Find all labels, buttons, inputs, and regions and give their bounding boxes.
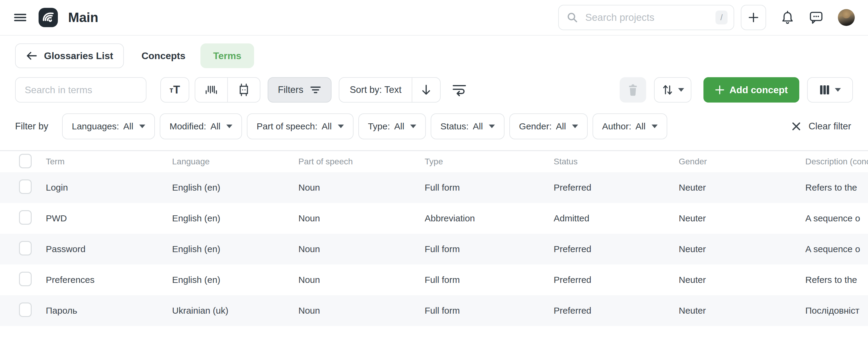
filter-pill-value: All [123, 121, 133, 132]
cell-term: PWD [46, 213, 172, 224]
cell-gender: Neuter [679, 213, 805, 224]
header-checkbox-cell [19, 154, 46, 170]
cell-status: Preferred [554, 306, 679, 316]
clear-filter-button[interactable]: Clear filter [791, 121, 853, 132]
filter-lines-icon [310, 85, 321, 95]
cell-part_of_speech: Noun [299, 182, 425, 193]
sort-direction-button[interactable] [412, 78, 440, 102]
page-title: Main [68, 10, 98, 25]
row-checkbox[interactable] [19, 210, 32, 225]
row-checkbox-cell [19, 272, 46, 288]
cell-gender: Neuter [679, 182, 805, 193]
tab-terms[interactable]: Terms [200, 44, 254, 68]
filter-pill-author[interactable]: Author: All [592, 113, 667, 139]
terms-search-input[interactable] [24, 84, 137, 96]
delete-button[interactable] [620, 77, 646, 103]
table-header: TermLanguagePart of speechTypeStatusGend… [0, 151, 868, 172]
keyboard-shortcut-badge: / [715, 10, 727, 24]
filter-pill-type[interactable]: Type: All [358, 113, 426, 139]
filter-by-label: Filter by [15, 121, 48, 132]
cell-status: Preferred [554, 182, 679, 193]
messages-button[interactable] [809, 10, 824, 24]
cell-gender: Neuter [679, 306, 805, 316]
columns-icon [819, 85, 830, 95]
import-export-button[interactable] [654, 77, 691, 103]
column-header: Status [554, 157, 679, 167]
filters-button[interactable]: Filters [268, 77, 332, 103]
filter-pill-status[interactable]: Status: All [431, 113, 504, 139]
cell-term: Пароль [46, 306, 172, 316]
filter-pill-value: All [210, 121, 220, 132]
row-checkbox[interactable] [19, 303, 32, 317]
table-body: LoginEnglish (en)NounFull formPreferredN… [0, 172, 868, 326]
filter-pill-name: Author: [602, 121, 631, 132]
match-case-button[interactable]: тT [160, 77, 189, 103]
user-avatar[interactable] [838, 9, 855, 26]
cell-status: Preferred [554, 275, 679, 285]
filter-pill-name: Status: [440, 121, 468, 132]
filter-pill-modified[interactable]: Modified: All [160, 113, 242, 139]
filter-pill-value: All [394, 121, 404, 132]
filter-pill-gender[interactable]: Gender: All [509, 113, 588, 139]
filter-pill-name: Languages: [72, 121, 119, 132]
cell-description: Refers to the [805, 182, 868, 193]
select-all-checkbox[interactable] [19, 154, 32, 168]
project-search-box[interactable]: / [558, 5, 734, 30]
notifications-button[interactable] [781, 10, 795, 25]
table-row[interactable]: PWDEnglish (en)NounAbbreviationAdmittedN… [0, 203, 868, 234]
table-row[interactable]: PasswordEnglish (en)NounFull formPreferr… [0, 234, 868, 264]
row-checkbox[interactable] [19, 179, 32, 194]
chat-icon [809, 10, 824, 24]
clear-filter-label: Clear filter [809, 121, 851, 132]
chevron-down-icon [338, 124, 344, 128]
cell-description: A sequence o [805, 244, 868, 254]
table-row[interactable]: LoginEnglish (en)NounFull formPreferredN… [0, 172, 868, 203]
filter-pill-languages[interactable]: Languages: All [62, 113, 155, 139]
table-row[interactable]: PreferencesEnglish (en)NounFull formPref… [0, 264, 868, 295]
back-button-label: Glossaries List [44, 50, 113, 61]
exact-match-button[interactable] [228, 78, 260, 102]
filter-pill-partofspeech[interactable]: Part of speech: All [247, 113, 353, 139]
cell-type: Full form [425, 182, 554, 193]
sort-by-button[interactable]: Sort by: Text [339, 78, 412, 102]
filter-pill-value: All [473, 121, 483, 132]
table-row[interactable]: ПарольUkrainian (uk)NounFull formPreferr… [0, 295, 868, 326]
barcode-icon [204, 84, 218, 96]
cell-type: Full form [425, 275, 554, 285]
wrap-lines-button[interactable] [450, 77, 469, 103]
cell-status: Preferred [554, 244, 679, 254]
filter-pill-name: Type: [368, 121, 390, 132]
app-logo[interactable] [38, 8, 58, 27]
cell-part_of_speech: Noun [299, 213, 425, 224]
terms-toolbar: тT Filters [0, 77, 868, 103]
add-concept-button[interactable]: Add concept [704, 77, 799, 103]
hamburger-menu-icon[interactable] [13, 10, 27, 24]
search-input[interactable] [585, 11, 715, 24]
cell-type: Full form [425, 306, 554, 316]
row-checkbox[interactable] [19, 272, 32, 286]
tab-concepts[interactable]: Concepts [141, 50, 185, 61]
columns-settings-button[interactable] [807, 77, 853, 103]
filter-pill-name: Modified: [169, 121, 206, 132]
cell-part_of_speech: Noun [299, 275, 425, 285]
chevron-down-icon [139, 124, 145, 128]
terms-table: TermLanguagePart of speechTypeStatusGend… [0, 150, 868, 326]
match-whole-phrase-button[interactable] [195, 78, 227, 102]
row-checkbox[interactable] [19, 241, 32, 255]
selection-frame-icon [237, 83, 251, 97]
chevron-down-icon [652, 124, 658, 128]
column-header: Term [46, 157, 172, 167]
terms-search-box[interactable] [15, 77, 147, 103]
cell-term: Password [46, 244, 172, 254]
cell-language: English (en) [172, 182, 299, 193]
cell-term: Preferences [46, 275, 172, 285]
cell-type: Abbreviation [425, 213, 554, 224]
sort-split-button: Sort by: Text [339, 77, 441, 103]
cell-gender: Neuter [679, 244, 805, 254]
wrap-text-icon [452, 83, 467, 97]
cell-description: Послідовніст [805, 306, 868, 316]
create-new-button[interactable] [741, 5, 766, 30]
filter-pill-name: Gender: [519, 121, 552, 132]
glossaries-list-back-button[interactable]: Glossaries List [15, 44, 124, 68]
cell-language: English (en) [172, 244, 299, 254]
